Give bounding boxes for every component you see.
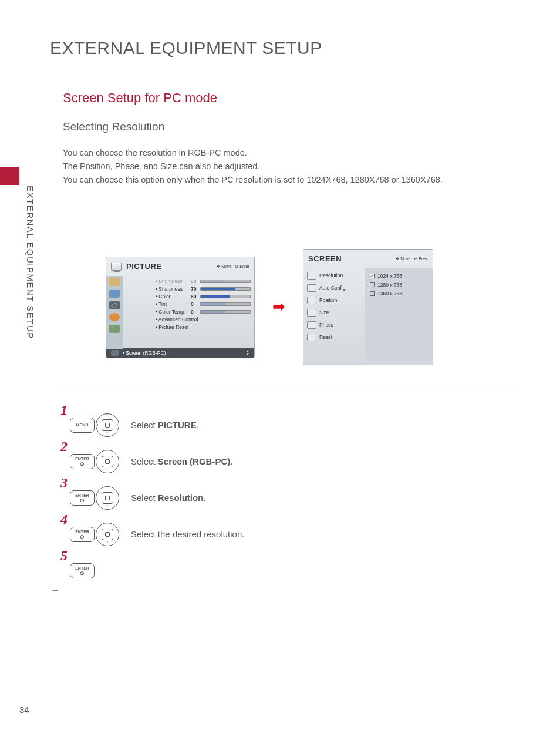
- autoconfig-icon: [307, 284, 316, 292]
- res-option-1280: 1280 x 768: [370, 281, 428, 290]
- setting-tint: • Tint0: [156, 301, 251, 308]
- osd-screen-hints: ✥ Move ↩ Prev.: [396, 257, 428, 261]
- step-2: 2 ENTER⊙ ˄˅ Select Screen (RGB-PC).: [63, 443, 531, 480]
- setting-brightness: • Brightness50: [156, 278, 251, 285]
- body-line-2: The Position, Phase, and Size can also b…: [63, 160, 531, 173]
- osd-picture-panel: PICTURE ✥ Move ⊙ Enter • Brightness50: [106, 257, 255, 358]
- step-4-text: Select the desired resolution.: [131, 529, 244, 539]
- body-line-1: You can choose the resolution in RGB-PC …: [63, 146, 531, 160]
- dpad-icon: ˄˅: [96, 486, 119, 510]
- phase-icon: [307, 321, 316, 329]
- osd-picture-hints: ✥ Move ⊙ Enter: [217, 264, 249, 269]
- menu-resolution: Resolution: [307, 272, 365, 280]
- size-icon: [307, 309, 316, 317]
- monitor-icon: [111, 263, 122, 271]
- enter-button-icon: ENTER⊙: [70, 454, 95, 469]
- step-number-5: 5: [60, 548, 68, 564]
- side-tab: EXTERNAL EQUIPMENT SETUP: [19, 182, 50, 352]
- steps-list: 1 MENU ‹› ˄˅ Select PICTURE. 2 ENTER⊙ ˄˅…: [63, 407, 531, 589]
- checkbox-checked-icon: [370, 274, 375, 278]
- enter-button-icon: ENTER⊙: [70, 490, 95, 506]
- screen-icon: [111, 350, 119, 356]
- menu-size: Size: [307, 309, 365, 317]
- step-4: 4 ENTER⊙ ˄˅ Select the desired resolutio…: [63, 516, 531, 553]
- step-number-2: 2: [60, 439, 68, 455]
- sidebar-icon-5: [109, 325, 120, 333]
- checkbox-icon: [370, 291, 375, 296]
- side-accent: [0, 167, 19, 185]
- sidebar-icon-1: [109, 278, 120, 286]
- step-number-4: 4: [60, 512, 68, 527]
- menu-phase: Phase: [307, 321, 365, 329]
- sidebar-icon-2: [109, 290, 120, 298]
- step-number-3: 3: [60, 475, 68, 491]
- setting-sharpness: • Sharpness70: [156, 285, 251, 293]
- step-1: 1 MENU ‹› ˄˅ Select PICTURE.: [63, 407, 531, 443]
- arrow-right-icon: ➡: [272, 298, 285, 316]
- osd-sidebar: [106, 276, 123, 349]
- menu-position: Position: [307, 297, 365, 304]
- osd-footer-selected: • Screen (RGB-PC) ▲▼: [106, 348, 254, 358]
- reset-icon: [307, 334, 316, 341]
- step-3-text: Select Resolution.: [131, 493, 206, 503]
- osd-settings-list: • Brightness50 • Sharpness70 • Color60 •…: [123, 276, 254, 349]
- setting-color: • Color60: [156, 293, 251, 301]
- osd-screen-title: SCREEN: [308, 254, 342, 263]
- osd-picture-title: PICTURE: [126, 262, 162, 271]
- step-1-text: Select PICTURE.: [131, 420, 199, 430]
- osd-panels: PICTURE ✥ Move ⊙ Enter • Brightness50: [106, 249, 531, 365]
- setting-colortemp: • Color Temp.0: [156, 308, 251, 316]
- dpad-icon: ‹› ˄˅: [96, 413, 119, 437]
- divider: [63, 389, 518, 389]
- step-number-1: 1: [60, 402, 68, 418]
- setting-advanced: • Advanced Control: [156, 316, 251, 324]
- updown-arrows-icon: ▲▼: [246, 350, 249, 356]
- sidebar-icon-3: [109, 301, 120, 309]
- sidebar-icon-4: [109, 313, 120, 321]
- step-5: 5 ENTER⊙: [63, 553, 531, 589]
- grid-icon: [307, 272, 316, 280]
- sub-title: Screen Setup for PC mode: [63, 90, 531, 106]
- position-icon: [307, 297, 316, 304]
- section-title: Selecting Resolution: [63, 120, 531, 133]
- setting-picturereset: • Picture Reset: [156, 324, 251, 331]
- checkbox-icon: [370, 282, 375, 287]
- menu-autoconfig: Auto Config.: [307, 284, 365, 292]
- dpad-icon: ˄˅: [96, 523, 119, 546]
- menu-reset: Reset: [307, 334, 365, 341]
- page-title: EXTERNAL EQUIPMENT SETUP: [50, 38, 531, 58]
- osd-screen-panel: SCREEN ✥ Move ↩ Prev. Resolution Auto Co…: [303, 249, 433, 365]
- dpad-icon: ˄˅: [96, 450, 119, 473]
- page-number: 34: [19, 705, 29, 715]
- side-tab-text: EXTERNAL EQUIPMENT SETUP: [19, 182, 35, 339]
- res-option-1360: 1360 x 768: [370, 290, 428, 298]
- enter-button-icon: ENTER⊙: [70, 563, 95, 578]
- step-2-text: Select Screen (RGB-PC).: [131, 456, 232, 466]
- menu-button-icon: MENU: [70, 418, 95, 433]
- resolution-options: 1024 x 768 1280 x 768 1360 x 768: [365, 268, 433, 361]
- res-option-1024: 1024 x 768: [370, 272, 428, 281]
- enter-button-icon: ENTER⊙: [70, 527, 95, 542]
- step-3: 3 ENTER⊙ ˄˅ Select Resolution.: [63, 480, 531, 516]
- body-line-3: You can choose this option only when the…: [63, 173, 531, 187]
- screen-menu-list: Resolution Auto Config. Position Size Ph…: [303, 268, 365, 361]
